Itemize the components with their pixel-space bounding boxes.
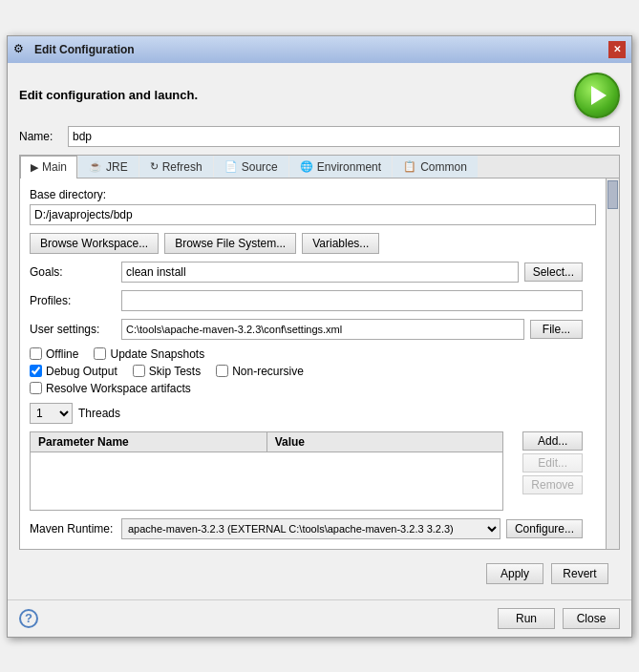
main-tab-icon: ▶ [31, 161, 38, 174]
environment-tab-icon: 🌐 [300, 160, 313, 173]
parameters-table: Parameter Name Value [30, 431, 503, 511]
debug-output-checkbox[interactable] [30, 365, 42, 377]
apply-button[interactable]: Apply [486, 563, 543, 584]
goals-label: Goals: [30, 265, 116, 279]
tab-main-label: Main [42, 160, 67, 174]
tab-refresh[interactable]: ↻ Refresh [139, 156, 213, 178]
non-recursive-checkbox[interactable] [216, 365, 228, 377]
resolve-workspace-checkbox-label[interactable]: Resolve Workspace artifacts [30, 382, 191, 395]
tab-environment-label: Environment [317, 160, 381, 174]
tab-common-label: Common [420, 160, 467, 174]
profiles-input[interactable] [121, 290, 583, 311]
threads-label: Threads [78, 407, 120, 420]
resolve-workspace-label: Resolve Workspace artifacts [46, 382, 191, 395]
title-bar-left: ⚙ Edit Configuration [13, 42, 135, 57]
browse-buttons-row: Browse Workspace... Browse File System..… [30, 233, 583, 254]
tabs-panel: ▶ Main ☕ JRE ↻ Refresh 📄 Source 🌐 En [19, 155, 620, 550]
name-input[interactable] [68, 126, 620, 147]
skip-tests-label: Skip Tests [149, 365, 201, 378]
run-button[interactable]: Run [498, 608, 555, 629]
base-directory-label: Base directory: [30, 188, 106, 201]
name-row: Name: [19, 126, 620, 147]
revert-button[interactable]: Revert [551, 563, 608, 584]
remove-button[interactable]: Remove [522, 475, 583, 494]
configure-button[interactable]: Configure... [506, 519, 583, 538]
update-snapshots-label: Update Snapshots [110, 347, 204, 361]
parameters-section: Parameter Name Value Add... Edit... Remo… [30, 431, 583, 511]
resolve-workspace-checkbox[interactable] [30, 382, 42, 394]
refresh-tab-icon: ↻ [150, 160, 159, 173]
apply-revert-row: Apply Revert [19, 557, 620, 590]
table-header: Parameter Name Value [31, 432, 502, 452]
add-button[interactable]: Add... [522, 431, 583, 451]
user-settings-file-button[interactable]: File... [530, 320, 583, 339]
skip-tests-checkbox-label[interactable]: Skip Tests [133, 365, 201, 378]
scrollbar-track[interactable] [606, 178, 619, 549]
offline-label: Offline [46, 347, 78, 361]
play-icon [591, 86, 607, 105]
non-recursive-checkbox-label[interactable]: Non-recursive [216, 365, 304, 378]
browse-workspace-button[interactable]: Browse Workspace... [30, 233, 159, 254]
debug-output-checkbox-label[interactable]: Debug Output [30, 365, 117, 378]
tab-common[interactable]: 📋 Common [393, 156, 478, 178]
profiles-label: Profiles: [30, 294, 116, 307]
goals-select-button[interactable]: Select... [524, 262, 583, 282]
offline-checkbox[interactable] [30, 347, 42, 360]
close-window-button[interactable]: ✕ [608, 41, 626, 58]
name-label: Name: [19, 130, 62, 143]
checkboxes-area: Offline Update Snapshots Debug Output [30, 347, 583, 395]
debug-output-label: Debug Output [46, 365, 117, 378]
tab-source[interactable]: 📄 Source [214, 156, 288, 178]
source-tab-icon: 📄 [224, 160, 238, 173]
tab-content-main: Base directory: Browse Workspace... Brow… [20, 178, 619, 549]
footer-left: ? [19, 609, 38, 628]
non-recursive-label: Non-recursive [232, 365, 304, 378]
dialog-subtitle: Edit configuration and launch. [19, 88, 198, 102]
title-bar: ⚙ Edit Configuration ✕ [8, 36, 631, 63]
run-launch-button[interactable] [574, 73, 620, 118]
dialog-icon: ⚙ [13, 42, 29, 57]
maven-runtime-select[interactable]: apache-maven-3.2.3 (EXTERNAL C:\tools\ap… [121, 518, 501, 539]
tab-jre[interactable]: ☕ JRE [78, 156, 138, 178]
checkboxes-row-1: Offline Update Snapshots [30, 347, 583, 361]
threads-row: 1 2 4 Threads [30, 403, 583, 424]
browse-filesystem-button[interactable]: Browse File System... [164, 233, 296, 254]
skip-tests-checkbox[interactable] [133, 365, 145, 377]
update-snapshots-checkbox-label[interactable]: Update Snapshots [94, 347, 204, 361]
base-directory-section: Base directory: [30, 188, 596, 225]
maven-runtime-label: Maven Runtime: [30, 522, 116, 536]
table-col-value: Value [267, 432, 503, 452]
user-settings-input[interactable] [121, 319, 524, 340]
user-settings-label: User settings: [30, 323, 116, 336]
tab-jre-label: JRE [106, 160, 128, 174]
common-tab-icon: 📋 [403, 160, 416, 173]
footer-close-button[interactable]: Close [563, 608, 620, 629]
jre-tab-icon: ☕ [89, 160, 102, 173]
dialog-footer: ? Run Close [8, 599, 631, 637]
edit-configuration-dialog: ⚙ Edit Configuration ✕ Edit configuratio… [7, 35, 632, 638]
offline-checkbox-label[interactable]: Offline [30, 347, 78, 361]
update-snapshots-checkbox[interactable] [94, 347, 106, 360]
edit-button[interactable]: Edit... [522, 453, 583, 472]
tab-refresh-label: Refresh [162, 160, 202, 174]
threads-select[interactable]: 1 2 4 [30, 403, 73, 424]
checkboxes-row-3: Resolve Workspace artifacts [30, 382, 583, 395]
table-col-param-name: Parameter Name [31, 432, 267, 452]
scrollbar-thumb[interactable] [607, 180, 618, 209]
tab-environment[interactable]: 🌐 Environment [289, 156, 392, 178]
base-directory-input[interactable] [30, 204, 596, 225]
profiles-row: Profiles: [30, 290, 583, 311]
table-body [31, 452, 502, 510]
tab-source-label: Source [242, 160, 278, 174]
tabs-bar: ▶ Main ☕ JRE ↻ Refresh 📄 Source 🌐 En [20, 156, 619, 178]
goals-input[interactable] [121, 262, 519, 283]
help-button[interactable]: ? [19, 609, 38, 628]
goals-row: Goals: Select... [30, 262, 583, 283]
variables-button[interactable]: Variables... [302, 233, 379, 254]
dialog-title: Edit Configuration [34, 43, 135, 56]
maven-runtime-row: Maven Runtime: apache-maven-3.2.3 (EXTER… [30, 518, 583, 539]
user-settings-row: User settings: File... [30, 319, 583, 340]
tab-main[interactable]: ▶ Main [20, 156, 77, 178]
dialog-body: Edit configuration and launch. Name: ▶ M… [8, 63, 631, 599]
checkboxes-row-2: Debug Output Skip Tests Non-recursive [30, 365, 583, 378]
